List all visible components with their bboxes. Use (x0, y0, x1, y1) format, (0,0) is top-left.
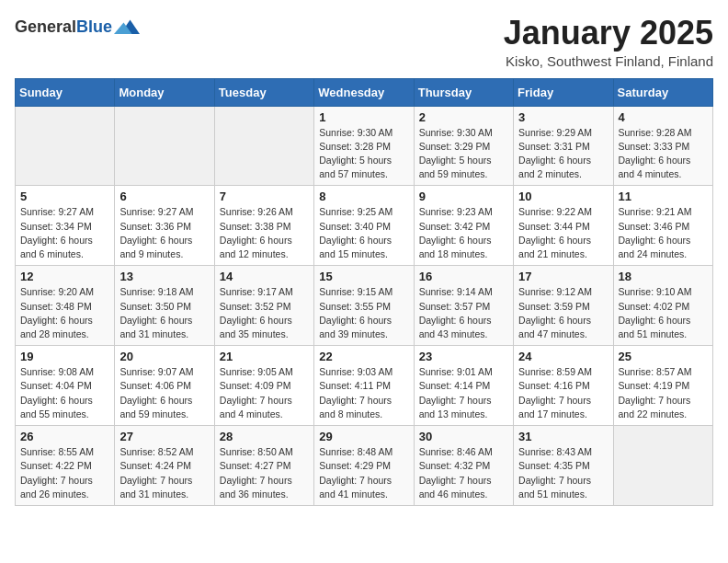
day-info: Sunrise: 9:22 AM Sunset: 3:44 PM Dayligh… (518, 205, 608, 261)
day-number: 16 (419, 270, 508, 283)
calendar-cell: 15Sunrise: 9:15 AM Sunset: 3:55 PM Dayli… (314, 266, 414, 346)
day-number: 24 (518, 350, 608, 363)
day-info: Sunrise: 9:25 AM Sunset: 3:40 PM Dayligh… (319, 205, 408, 261)
day-number: 8 (319, 190, 408, 203)
calendar-cell: 10Sunrise: 9:22 AM Sunset: 3:44 PM Dayli… (514, 186, 613, 266)
calendar-week-2: 5Sunrise: 9:27 AM Sunset: 3:34 PM Daylig… (16, 186, 713, 266)
day-number: 12 (20, 270, 109, 283)
day-info: Sunrise: 9:20 AM Sunset: 3:48 PM Dayligh… (20, 285, 109, 341)
day-number: 3 (518, 110, 608, 124)
day-number: 30 (419, 430, 508, 443)
day-info: Sunrise: 9:26 AM Sunset: 3:38 PM Dayligh… (220, 205, 309, 261)
day-info: Sunrise: 9:28 AM Sunset: 3:33 PM Dayligh… (619, 126, 708, 182)
calendar-cell: 30Sunrise: 8:46 AM Sunset: 4:32 PM Dayli… (414, 426, 513, 506)
day-number: 9 (419, 190, 508, 203)
day-info: Sunrise: 9:30 AM Sunset: 3:29 PM Dayligh… (419, 126, 508, 182)
weekday-header-sunday: Sunday (16, 78, 115, 106)
day-number: 4 (619, 110, 708, 124)
calendar-cell: 11Sunrise: 9:21 AM Sunset: 3:46 PM Dayli… (613, 186, 712, 266)
calendar-cell (16, 106, 115, 186)
calendar-cell (115, 106, 214, 186)
day-info: Sunrise: 9:05 AM Sunset: 4:09 PM Dayligh… (220, 365, 309, 421)
calendar-header: SundayMondayTuesdayWednesdayThursdayFrid… (16, 78, 713, 106)
day-info: Sunrise: 9:12 AM Sunset: 3:59 PM Dayligh… (518, 285, 608, 341)
calendar-cell: 12Sunrise: 9:20 AM Sunset: 3:48 PM Dayli… (16, 266, 115, 346)
day-number: 10 (518, 190, 608, 203)
calendar-cell: 20Sunrise: 9:07 AM Sunset: 4:06 PM Dayli… (115, 346, 214, 426)
day-number: 18 (619, 270, 708, 283)
day-number: 25 (619, 350, 708, 363)
day-number: 15 (319, 270, 408, 283)
day-info: Sunrise: 8:55 AM Sunset: 4:22 PM Dayligh… (20, 445, 109, 501)
day-info: Sunrise: 9:08 AM Sunset: 4:04 PM Dayligh… (20, 365, 109, 421)
logo-general-text: General (15, 17, 76, 36)
weekday-header-monday: Monday (115, 78, 214, 106)
day-number: 13 (119, 270, 209, 283)
calendar-cell: 1Sunrise: 9:30 AM Sunset: 3:28 PM Daylig… (314, 106, 414, 186)
day-number: 29 (319, 430, 408, 443)
day-info: Sunrise: 9:15 AM Sunset: 3:55 PM Dayligh… (319, 285, 408, 341)
logo-blue-text: Blue (76, 17, 112, 36)
weekday-header-row: SundayMondayTuesdayWednesdayThursdayFrid… (16, 78, 713, 106)
weekday-header-wednesday: Wednesday (314, 78, 414, 106)
day-number: 17 (518, 270, 608, 283)
calendar-body: 1Sunrise: 9:30 AM Sunset: 3:28 PM Daylig… (16, 106, 713, 505)
day-info: Sunrise: 9:27 AM Sunset: 3:34 PM Dayligh… (20, 205, 109, 261)
calendar-cell: 24Sunrise: 8:59 AM Sunset: 4:16 PM Dayli… (514, 346, 613, 426)
calendar-cell: 28Sunrise: 8:50 AM Sunset: 4:27 PM Dayli… (214, 426, 313, 506)
day-info: Sunrise: 9:01 AM Sunset: 4:14 PM Dayligh… (419, 365, 508, 421)
calendar-cell: 29Sunrise: 8:48 AM Sunset: 4:29 PM Dayli… (314, 426, 414, 506)
calendar-week-4: 19Sunrise: 9:08 AM Sunset: 4:04 PM Dayli… (16, 346, 713, 426)
calendar-cell: 3Sunrise: 9:29 AM Sunset: 3:31 PM Daylig… (514, 106, 613, 186)
calendar-cell: 26Sunrise: 8:55 AM Sunset: 4:22 PM Dayli… (16, 426, 115, 506)
calendar-cell: 17Sunrise: 9:12 AM Sunset: 3:59 PM Dayli… (514, 266, 613, 346)
day-info: Sunrise: 9:23 AM Sunset: 3:42 PM Dayligh… (419, 205, 508, 261)
day-number: 2 (419, 110, 508, 124)
calendar-cell: 27Sunrise: 8:52 AM Sunset: 4:24 PM Dayli… (115, 426, 214, 506)
day-info: Sunrise: 9:10 AM Sunset: 4:02 PM Dayligh… (619, 285, 708, 341)
day-number: 11 (619, 190, 708, 203)
calendar-table: SundayMondayTuesdayWednesdayThursdayFrid… (15, 78, 713, 506)
day-number: 28 (220, 430, 309, 443)
header: GeneralBlue January 2025 Kisko, Southwes… (15, 15, 713, 69)
calendar-cell: 4Sunrise: 9:28 AM Sunset: 3:33 PM Daylig… (613, 106, 712, 186)
day-number: 14 (220, 270, 309, 283)
weekday-header-tuesday: Tuesday (214, 78, 313, 106)
day-number: 21 (220, 350, 309, 363)
day-info: Sunrise: 9:17 AM Sunset: 3:52 PM Dayligh… (220, 285, 309, 341)
calendar-cell: 13Sunrise: 9:18 AM Sunset: 3:50 PM Dayli… (115, 266, 214, 346)
weekday-header-friday: Friday (514, 78, 613, 106)
day-number: 5 (20, 190, 109, 203)
day-number: 20 (119, 350, 209, 363)
location-subtitle: Kisko, Southwest Finland, Finland (504, 53, 713, 69)
logo-icon (114, 15, 140, 40)
calendar-cell: 18Sunrise: 9:10 AM Sunset: 4:02 PM Dayli… (613, 266, 712, 346)
day-info: Sunrise: 9:27 AM Sunset: 3:36 PM Dayligh… (119, 205, 209, 261)
calendar-week-5: 26Sunrise: 8:55 AM Sunset: 4:22 PM Dayli… (16, 426, 713, 506)
day-number: 23 (419, 350, 508, 363)
day-number: 6 (119, 190, 209, 203)
day-info: Sunrise: 8:48 AM Sunset: 4:29 PM Dayligh… (319, 445, 408, 501)
day-info: Sunrise: 9:29 AM Sunset: 3:31 PM Dayligh… (518, 126, 608, 182)
day-number: 27 (119, 430, 209, 443)
title-block: January 2025 Kisko, Southwest Finland, F… (504, 15, 713, 69)
day-info: Sunrise: 9:30 AM Sunset: 3:28 PM Dayligh… (319, 126, 408, 182)
day-info: Sunrise: 8:50 AM Sunset: 4:27 PM Dayligh… (220, 445, 309, 501)
day-number: 22 (319, 350, 408, 363)
day-number: 31 (518, 430, 608, 443)
day-info: Sunrise: 9:07 AM Sunset: 4:06 PM Dayligh… (119, 365, 209, 421)
calendar-cell: 14Sunrise: 9:17 AM Sunset: 3:52 PM Dayli… (214, 266, 313, 346)
weekday-header-saturday: Saturday (613, 78, 712, 106)
calendar-cell: 16Sunrise: 9:14 AM Sunset: 3:57 PM Dayli… (414, 266, 513, 346)
calendar-week-3: 12Sunrise: 9:20 AM Sunset: 3:48 PM Dayli… (16, 266, 713, 346)
calendar-cell: 19Sunrise: 9:08 AM Sunset: 4:04 PM Dayli… (16, 346, 115, 426)
calendar-cell: 9Sunrise: 9:23 AM Sunset: 3:42 PM Daylig… (414, 186, 513, 266)
calendar-cell: 23Sunrise: 9:01 AM Sunset: 4:14 PM Dayli… (414, 346, 513, 426)
calendar-cell: 22Sunrise: 9:03 AM Sunset: 4:11 PM Dayli… (314, 346, 414, 426)
month-title: January 2025 (504, 15, 713, 52)
calendar-cell: 25Sunrise: 8:57 AM Sunset: 4:19 PM Dayli… (613, 346, 712, 426)
calendar-cell: 8Sunrise: 9:25 AM Sunset: 3:40 PM Daylig… (314, 186, 414, 266)
calendar-cell: 5Sunrise: 9:27 AM Sunset: 3:34 PM Daylig… (16, 186, 115, 266)
day-info: Sunrise: 9:18 AM Sunset: 3:50 PM Dayligh… (119, 285, 209, 341)
day-info: Sunrise: 9:14 AM Sunset: 3:57 PM Dayligh… (419, 285, 508, 341)
